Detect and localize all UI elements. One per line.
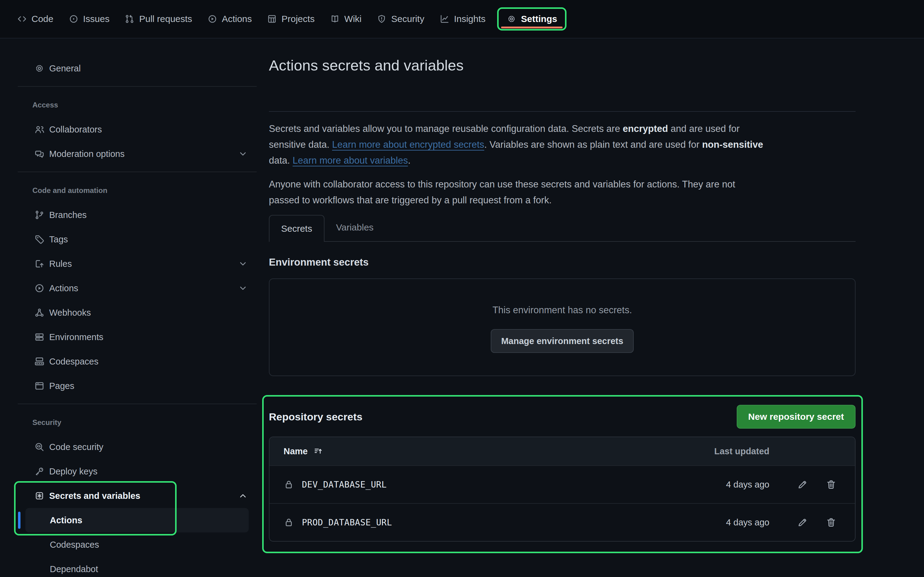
- sidebar-item-secrets-and-variables[interactable]: Secrets and variables: [18, 484, 257, 508]
- codespaces-icon: [34, 356, 45, 367]
- sidebar-item-actions[interactable]: Actions: [18, 276, 257, 300]
- sidebar-item-codespaces[interactable]: Codespaces: [18, 349, 257, 374]
- shield-icon: [377, 14, 386, 24]
- graph-icon: [440, 14, 449, 24]
- environment-secrets-box: This environment has no secrets. Manage …: [269, 279, 856, 376]
- new-repository-secret-button[interactable]: New repository secret: [737, 405, 856, 429]
- sidebar-item-collaborators[interactable]: Collaborators: [18, 117, 257, 142]
- column-header-name: Name: [284, 446, 308, 456]
- browser-icon: [34, 381, 45, 391]
- main-content: Actions secrets and variables Secrets an…: [269, 39, 856, 542]
- sidebar-item-label: Actions: [49, 283, 78, 293]
- gear-icon: [34, 63, 45, 74]
- server-icon: [34, 332, 45, 342]
- delete-secret-button[interactable]: [825, 479, 837, 490]
- sidebar-item-label: Deploy keys: [49, 466, 97, 477]
- sidebar-section-access: Access: [18, 99, 257, 111]
- rules-icon: [34, 259, 45, 269]
- sidebar-item-label: Branches: [49, 210, 87, 220]
- table-header-row: Name Last updated: [270, 437, 855, 465]
- column-header-last-updated: Last updated: [678, 446, 769, 456]
- git-branch-icon: [34, 210, 45, 220]
- git-pull-request-icon: [125, 14, 134, 24]
- sidebar-item-webhooks[interactable]: Webhooks: [18, 300, 257, 325]
- sidebar-item-deploy-keys[interactable]: Deploy keys: [18, 459, 257, 484]
- sidebar-divider: [18, 172, 257, 172]
- tab-actions[interactable]: Actions: [201, 14, 258, 24]
- tab-label: Settings: [521, 14, 557, 24]
- sidebar-item-label: Moderation options: [49, 149, 125, 159]
- environment-empty-text: This environment has no secrets.: [493, 305, 632, 316]
- inline-link[interactable]: Learn more about encrypted secrets: [332, 139, 484, 150]
- sidebar-item-code-security[interactable]: Code security: [18, 435, 257, 459]
- sidebar-item-environments[interactable]: Environments: [18, 325, 257, 349]
- chevron-up-icon: [238, 491, 248, 501]
- play-icon: [34, 283, 45, 293]
- tab-settings[interactable]: Settings: [497, 7, 567, 31]
- delete-secret-button[interactable]: [825, 517, 837, 528]
- tab-pull-requests[interactable]: Pull requests: [118, 14, 199, 24]
- table-row: DEV_DATABASE_URL 4 days ago: [270, 465, 855, 503]
- sidebar-item-label: Codespaces: [50, 540, 99, 550]
- secret-last-updated: 4 days ago: [678, 480, 769, 490]
- book-icon: [330, 14, 340, 24]
- sidebar-subitem-dependabot[interactable]: Dependabot: [18, 557, 257, 577]
- sidebar-item-branches[interactable]: Branches: [18, 203, 257, 227]
- lock-icon: [284, 517, 294, 527]
- sort-ascending-icon[interactable]: [313, 446, 323, 456]
- tab-security[interactable]: Security: [370, 14, 431, 24]
- tab-label: Issues: [83, 14, 110, 24]
- tab-label: Code: [31, 14, 53, 24]
- repository-secrets-header: Repository secrets New repository secret: [269, 405, 856, 429]
- sidebar-subitem-codespaces[interactable]: Codespaces: [18, 532, 257, 557]
- tab-label: Pull requests: [139, 14, 192, 24]
- repo-tab-bar: Code Issues Pull requests Actions Projec…: [0, 0, 924, 39]
- webhook-icon: [34, 308, 45, 318]
- repository-secrets-heading: Repository secrets: [269, 411, 362, 423]
- tab-label: Insights: [454, 14, 486, 24]
- tab-wiki[interactable]: Wiki: [323, 14, 368, 24]
- title-divider: [269, 111, 856, 112]
- tab-label: Security: [391, 14, 424, 24]
- tab-label: Actions: [222, 14, 252, 24]
- chevron-down-icon: [238, 149, 248, 159]
- play-icon: [207, 14, 217, 24]
- table-icon: [267, 14, 277, 24]
- sidebar-item-pages[interactable]: Pages: [18, 374, 257, 398]
- page-title: Actions secrets and variables: [269, 57, 856, 74]
- people-icon: [34, 124, 45, 135]
- intro-paragraph: Secrets and variables allow you to manag…: [269, 121, 856, 169]
- tab-variables[interactable]: Variables: [325, 214, 385, 241]
- secret-name: PROD_DATABASE_URL: [302, 517, 392, 527]
- tab-issues[interactable]: Issues: [62, 14, 116, 24]
- inline-link[interactable]: Learn more about variables: [293, 155, 408, 166]
- manage-environment-secrets-button[interactable]: Manage environment secrets: [491, 329, 634, 353]
- sidebar-item-label: Pages: [49, 381, 74, 391]
- issue-opened-icon: [69, 14, 79, 24]
- sidebar-item-general[interactable]: General: [18, 56, 257, 81]
- gear-icon: [507, 14, 516, 24]
- sidebar-item-label: Rules: [49, 259, 72, 269]
- tab-code[interactable]: Code: [10, 14, 60, 24]
- sidebar-item-tags[interactable]: Tags: [18, 227, 257, 251]
- edit-secret-button[interactable]: [797, 479, 808, 490]
- sidebar-item-moderation-options[interactable]: Moderation options: [18, 142, 257, 166]
- sidebar-subitem-actions[interactable]: Actions: [25, 508, 249, 532]
- sidebar-item-rules[interactable]: Rules: [18, 251, 257, 276]
- sidebar-item-label: General: [49, 63, 81, 74]
- environment-secrets-heading: Environment secrets: [269, 256, 856, 268]
- sidebar-section-code-and-automation: Code and automation: [18, 184, 257, 197]
- secret-name: DEV_DATABASE_URL: [302, 480, 387, 490]
- settings-sidebar: General Access Collaborators Moderation …: [18, 56, 257, 577]
- sidebar-divider: [18, 404, 257, 404]
- tab-insights[interactable]: Insights: [433, 14, 492, 24]
- lock-icon: [284, 479, 294, 490]
- tab-projects[interactable]: Projects: [260, 14, 321, 24]
- tab-secrets[interactable]: Secrets: [269, 215, 325, 242]
- secrets-variables-tabnav: Secrets Variables: [269, 214, 856, 242]
- comment-discussion-icon: [34, 149, 45, 159]
- edit-secret-button[interactable]: [797, 517, 808, 528]
- sidebar-item-label: Webhooks: [49, 308, 91, 318]
- sidebar-divider: [18, 86, 257, 87]
- key-icon: [34, 466, 45, 477]
